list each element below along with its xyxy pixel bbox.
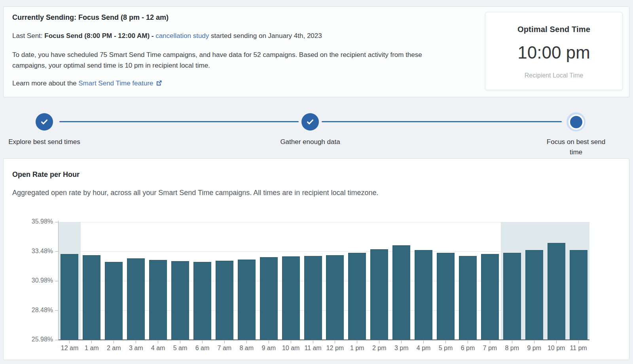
- bar[interactable]: [525, 250, 543, 340]
- bar[interactable]: [238, 260, 256, 340]
- x-axis-tick: [335, 341, 335, 343]
- x-axis-tick: [490, 341, 490, 343]
- x-axis-label: 11 pm: [563, 345, 594, 352]
- x-axis-tick: [180, 341, 180, 343]
- step-3-current-icon: [567, 112, 586, 131]
- bar[interactable]: [481, 254, 499, 340]
- stepper-connector-1: [59, 121, 299, 122]
- step-3-dot: [570, 116, 582, 128]
- x-axis-line: [59, 339, 589, 340]
- bar[interactable]: [282, 256, 300, 340]
- x-axis-tick: [158, 341, 158, 343]
- bar[interactable]: [326, 255, 344, 340]
- bar[interactable]: [216, 261, 233, 340]
- external-link-icon: [155, 80, 162, 89]
- gridline: [59, 251, 589, 252]
- step-label-gather: Gather enough data: [271, 137, 350, 147]
- bar[interactable]: [105, 262, 123, 340]
- learn-more-line: Learn more about the Smart Send Time fea…: [12, 80, 162, 89]
- bar[interactable]: [459, 256, 477, 340]
- x-axis-tick: [136, 341, 136, 343]
- bar[interactable]: [127, 258, 145, 340]
- y-axis-line: [58, 221, 59, 340]
- bar[interactable]: [548, 243, 565, 340]
- x-axis-tick: [202, 341, 203, 343]
- progress-stepper: Explore best send times Gather enough da…: [0, 0, 633, 51]
- y-axis-tick: [55, 310, 58, 311]
- bar[interactable]: [149, 260, 167, 340]
- bar[interactable]: [348, 253, 366, 340]
- x-axis-tick: [512, 341, 512, 343]
- x-axis-tick: [357, 341, 357, 343]
- bar[interactable]: [415, 250, 432, 340]
- bar[interactable]: [304, 256, 322, 340]
- y-axis-label: 28.48%: [13, 307, 53, 314]
- learn-more-prefix: Learn more about the: [12, 80, 78, 87]
- open-rate-chart-card: Open Rate per Hour Aggregated open rate …: [3, 158, 629, 360]
- step-1-complete-icon: [36, 113, 53, 131]
- chart-title: Open Rate per Hour: [12, 171, 80, 179]
- x-axis-tick: [224, 341, 225, 343]
- y-axis-label: 30.98%: [13, 277, 53, 284]
- x-axis-tick: [423, 341, 424, 343]
- bar[interactable]: [503, 253, 521, 340]
- step-3-ring: [569, 114, 584, 130]
- x-axis-tick: [91, 341, 92, 343]
- x-axis-tick: [114, 341, 114, 343]
- optimal-send-time-caption: Recipient Local Time: [485, 72, 622, 79]
- y-axis-tick: [55, 251, 58, 252]
- x-axis-tick: [468, 341, 468, 343]
- smart-send-time-page: Currently Sending: Focus Send (8 pm - 12…: [0, 0, 633, 364]
- step-label-explore: Explore best send times: [3, 137, 85, 147]
- gridline: [59, 222, 589, 222]
- x-axis-tick: [246, 341, 247, 343]
- step-label-focus: Focus on best send time: [541, 137, 611, 157]
- learn-more-link-text: Smart Send Time feature: [78, 80, 153, 87]
- x-axis-tick: [291, 341, 291, 343]
- x-axis-tick: [534, 341, 534, 343]
- chart-plot: 25.98%28.48%30.98%33.48%35.98%12 am1 am2…: [59, 222, 589, 340]
- bar[interactable]: [370, 249, 388, 340]
- x-axis-tick: [379, 341, 379, 343]
- y-axis-tick: [55, 222, 58, 222]
- x-axis-tick: [313, 341, 313, 343]
- x-axis-tick: [69, 341, 70, 343]
- chart-subtitle: Aggregated open rate by hour, across all…: [12, 189, 378, 197]
- bar[interactable]: [437, 253, 455, 340]
- y-axis-tick: [55, 281, 58, 281]
- x-axis-tick: [401, 341, 402, 343]
- smart-send-time-feature-link[interactable]: Smart Send Time feature: [78, 80, 162, 87]
- bar[interactable]: [260, 257, 278, 340]
- x-axis-tick: [578, 341, 579, 343]
- bar[interactable]: [193, 262, 211, 340]
- bar[interactable]: [171, 261, 189, 340]
- bar[interactable]: [392, 245, 410, 340]
- y-axis-label: 33.48%: [13, 248, 53, 255]
- step-2-complete-icon: [301, 113, 319, 131]
- y-axis-label: 35.98%: [13, 218, 53, 225]
- x-axis-tick: [556, 341, 557, 343]
- y-axis-label: 25.98%: [13, 336, 53, 343]
- y-axis-tick: [55, 340, 58, 340]
- campaign-summary-text: To date, you have scheduled 75 Smart Sen…: [12, 49, 457, 71]
- x-axis-tick: [269, 341, 269, 343]
- bar[interactable]: [61, 254, 78, 340]
- stepper-connector-2: [322, 121, 562, 122]
- x-axis-tick: [445, 341, 446, 343]
- bar[interactable]: [83, 255, 100, 340]
- bar[interactable]: [570, 250, 588, 340]
